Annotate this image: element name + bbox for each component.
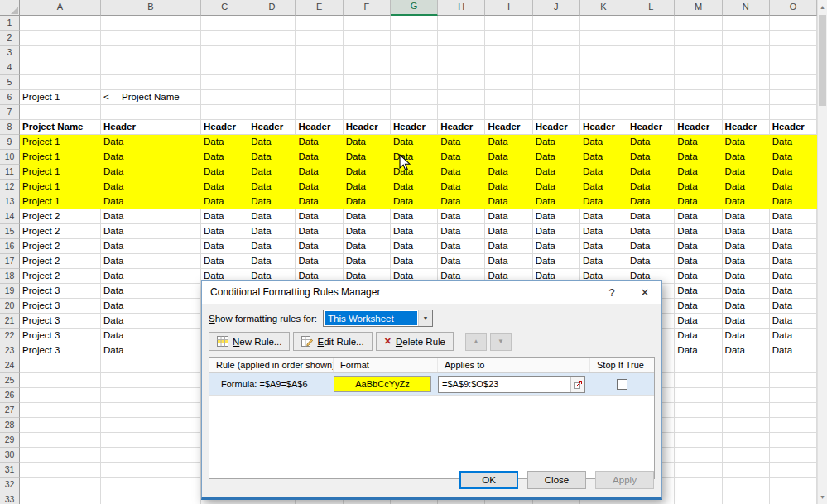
cell-H7[interactable]	[438, 105, 485, 120]
row-header-20[interactable]: 20	[0, 299, 20, 314]
cell-C5[interactable]	[201, 75, 248, 90]
cell-B8[interactable]: Header	[101, 120, 201, 135]
cell-A26[interactable]	[20, 388, 101, 403]
cell-H15[interactable]: Data	[438, 224, 485, 239]
cell-I15[interactable]: Data	[485, 224, 532, 239]
cell-J5[interactable]	[533, 75, 580, 90]
cell-G1[interactable]	[391, 16, 438, 31]
row-header-17[interactable]: 17	[0, 254, 20, 269]
column-header-M[interactable]: M	[675, 0, 722, 16]
row-header-4[interactable]: 4	[0, 60, 20, 75]
cell-M13[interactable]: Data	[675, 194, 722, 209]
cell-M24[interactable]	[675, 358, 722, 373]
cell-K2[interactable]	[580, 31, 627, 46]
cell-M16[interactable]: Data	[675, 239, 722, 254]
cell-H14[interactable]: Data	[438, 209, 485, 224]
cell-O4[interactable]	[770, 60, 817, 75]
cell-O18[interactable]: Data	[770, 269, 817, 284]
cell-M23[interactable]: Data	[675, 343, 722, 358]
cell-A10[interactable]: Project 1	[20, 150, 101, 165]
cell-B20[interactable]: Data	[101, 299, 201, 314]
cell-C17[interactable]: Data	[201, 254, 248, 269]
select-all-corner[interactable]	[0, 0, 20, 16]
cell-M1[interactable]	[675, 16, 722, 31]
cell-G8[interactable]: Header	[391, 120, 438, 135]
cell-B5[interactable]	[101, 75, 201, 90]
cell-N29[interactable]	[723, 433, 770, 448]
cell-N4[interactable]	[723, 60, 770, 75]
cell-M5[interactable]	[675, 75, 722, 90]
edit-rule-button[interactable]: Edit Rule...	[293, 332, 372, 351]
cell-H4[interactable]	[438, 60, 485, 75]
cell-O8[interactable]: Header	[770, 120, 817, 135]
cell-D10[interactable]: Data	[248, 150, 296, 165]
cell-C3[interactable]	[201, 46, 248, 60]
cell-G7[interactable]	[391, 105, 438, 120]
cell-M3[interactable]	[675, 46, 722, 60]
cell-B11[interactable]: Data	[101, 165, 201, 180]
cell-M12[interactable]: Data	[675, 180, 722, 194]
cell-K14[interactable]: Data	[580, 209, 627, 224]
cell-B4[interactable]	[101, 60, 201, 75]
cell-M21[interactable]: Data	[675, 314, 722, 329]
cell-B29[interactable]	[101, 433, 201, 448]
cell-B14[interactable]: Data	[101, 209, 201, 224]
cell-N13[interactable]: Data	[723, 194, 770, 209]
cell-D14[interactable]: Data	[248, 209, 296, 224]
cell-I13[interactable]: Data	[485, 194, 532, 209]
cell-N22[interactable]: Data	[723, 329, 770, 343]
row-header-31[interactable]: 31	[0, 463, 20, 478]
cell-L17[interactable]: Data	[627, 254, 675, 269]
cell-N33[interactable]	[723, 492, 770, 504]
row-header-14[interactable]: 14	[0, 209, 20, 224]
cell-O27[interactable]	[770, 403, 817, 418]
range-selector-button[interactable]	[570, 377, 584, 392]
cell-K16[interactable]: Data	[580, 239, 627, 254]
row-header-9[interactable]: 9	[0, 135, 20, 150]
column-header-G[interactable]: G	[391, 0, 438, 16]
cell-H12[interactable]: Data	[438, 180, 485, 194]
row-header-2[interactable]: 2	[0, 31, 20, 46]
cell-B27[interactable]	[101, 403, 201, 418]
column-header-D[interactable]: D	[248, 0, 296, 16]
cell-H2[interactable]	[438, 31, 485, 46]
cell-E12[interactable]: Data	[296, 180, 343, 194]
cell-L7[interactable]	[627, 105, 675, 120]
cell-N12[interactable]: Data	[723, 180, 770, 194]
cell-I17[interactable]: Data	[485, 254, 532, 269]
cell-M31[interactable]	[675, 463, 722, 478]
cell-H16[interactable]: Data	[438, 239, 485, 254]
cell-M7[interactable]	[675, 105, 722, 120]
cell-M8[interactable]: Header	[675, 120, 722, 135]
cell-A7[interactable]	[20, 105, 101, 120]
column-header-O[interactable]: O	[770, 0, 817, 16]
cell-A22[interactable]: Project 3	[20, 329, 101, 343]
cell-I12[interactable]: Data	[485, 180, 532, 194]
cell-O13[interactable]: Data	[770, 194, 817, 209]
cell-F4[interactable]	[344, 60, 391, 75]
cell-N14[interactable]: Data	[723, 209, 770, 224]
cell-L9[interactable]: Data	[627, 135, 675, 150]
column-header-A[interactable]: A	[20, 0, 101, 16]
cell-B23[interactable]: Data	[101, 343, 201, 358]
cell-G11[interactable]: Data	[391, 165, 438, 180]
cell-L3[interactable]	[627, 46, 675, 60]
cell-N7[interactable]	[723, 105, 770, 120]
rule-row[interactable]: Formula: =$A9=$A$6 AaBbCcYyZz =$A$9:$O$2…	[209, 373, 654, 396]
cell-M27[interactable]	[675, 403, 722, 418]
cell-E8[interactable]: Header	[296, 120, 343, 135]
column-header-N[interactable]: N	[723, 0, 770, 16]
cell-M14[interactable]: Data	[675, 209, 722, 224]
cell-G6[interactable]	[391, 90, 438, 105]
cell-J11[interactable]: Data	[533, 165, 580, 180]
apply-button[interactable]: Apply	[595, 471, 654, 489]
cell-B9[interactable]: Data	[101, 135, 201, 150]
cell-A27[interactable]	[20, 403, 101, 418]
cell-N10[interactable]: Data	[723, 150, 770, 165]
column-header-E[interactable]: E	[296, 0, 343, 16]
cell-N32[interactable]	[723, 478, 770, 492]
cell-F15[interactable]: Data	[344, 224, 391, 239]
cell-J3[interactable]	[533, 46, 580, 60]
cell-A31[interactable]	[20, 463, 101, 478]
cell-N31[interactable]	[723, 463, 770, 478]
